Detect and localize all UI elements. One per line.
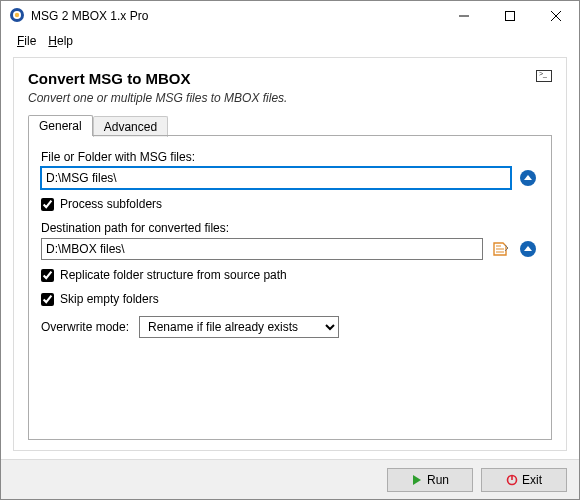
title-bar: MSG 2 MBOX 1.x Pro	[1, 1, 579, 31]
menu-help[interactable]: Help	[42, 32, 79, 50]
menu-bar: File Help	[1, 31, 579, 51]
skip-empty-label: Skip empty folders	[60, 292, 159, 306]
skip-empty-row: Skip empty folders	[41, 292, 539, 306]
maximize-button[interactable]	[487, 1, 533, 31]
main-panel: Convert MSG to MBOX Convert one or multi…	[13, 57, 567, 451]
page-title: Convert MSG to MBOX	[28, 70, 287, 87]
dst-row	[41, 238, 539, 260]
src-row	[41, 167, 539, 189]
dst-input[interactable]	[41, 238, 483, 260]
browse-source-button[interactable]	[517, 167, 539, 189]
minimize-button[interactable]	[441, 1, 487, 31]
tab-general[interactable]: General	[28, 115, 93, 136]
exit-label: Exit	[522, 473, 542, 487]
destination-template-button[interactable]	[489, 238, 511, 260]
tab-body-general: File or Folder with MSG files: Process s…	[28, 136, 552, 440]
menu-file[interactable]: File	[11, 32, 42, 50]
replicate-row: Replicate folder structure from source p…	[41, 268, 539, 282]
overwrite-row: Overwrite mode: Rename if file already e…	[41, 316, 539, 338]
replicate-checkbox[interactable]	[41, 269, 54, 282]
window-title: MSG 2 MBOX 1.x Pro	[31, 9, 148, 23]
page-subtitle: Convert one or multiple MSG files to MBO…	[28, 91, 287, 105]
skip-empty-checkbox[interactable]	[41, 293, 54, 306]
src-label: File or Folder with MSG files:	[41, 150, 539, 164]
run-button[interactable]: Run	[387, 468, 473, 492]
run-label: Run	[427, 473, 449, 487]
svg-point-2	[15, 12, 19, 16]
exit-button[interactable]: Exit	[481, 468, 567, 492]
dst-label: Destination path for converted files:	[41, 221, 539, 235]
app-icon	[9, 7, 25, 26]
svg-rect-4	[506, 12, 515, 21]
overwrite-label: Overwrite mode:	[41, 320, 129, 334]
process-subfolders-row: Process subfolders	[41, 197, 539, 211]
footer: Run Exit	[1, 459, 579, 499]
power-icon	[506, 474, 518, 486]
tab-advanced[interactable]: Advanced	[93, 116, 168, 137]
play-icon	[411, 474, 423, 486]
header-row: Convert MSG to MBOX Convert one or multi…	[28, 70, 552, 115]
window-controls	[441, 1, 579, 31]
title-left: MSG 2 MBOX 1.x Pro	[9, 7, 148, 26]
tab-strip: General Advanced	[28, 115, 552, 136]
process-subfolders-label: Process subfolders	[60, 197, 162, 211]
overwrite-select[interactable]: Rename if file already exists	[139, 316, 339, 338]
console-icon[interactable]	[536, 70, 552, 82]
replicate-label: Replicate folder structure from source p…	[60, 268, 287, 282]
src-input[interactable]	[41, 167, 511, 189]
close-button[interactable]	[533, 1, 579, 31]
header-text: Convert MSG to MBOX Convert one or multi…	[28, 70, 287, 115]
process-subfolders-checkbox[interactable]	[41, 198, 54, 211]
browse-destination-button[interactable]	[517, 238, 539, 260]
